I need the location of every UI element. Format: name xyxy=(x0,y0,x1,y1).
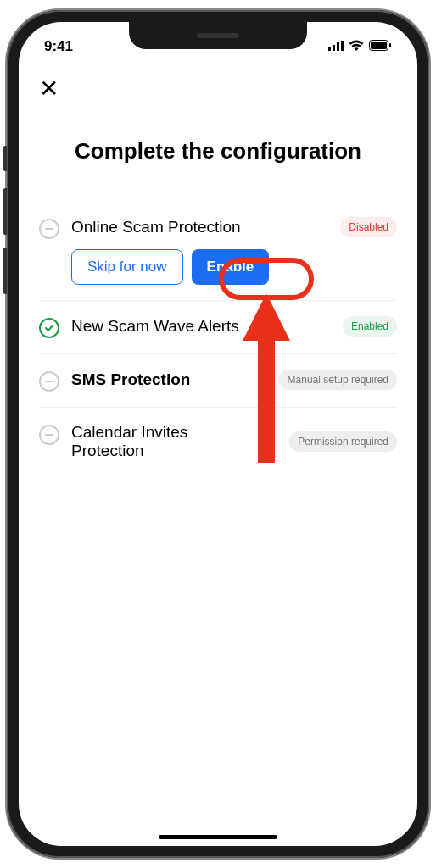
item-label: Calendar Invites Protection xyxy=(71,423,215,460)
phone-frame: 9:41 ✕ Complete the configuration xyxy=(7,10,429,858)
svg-rect-0 xyxy=(328,47,331,51)
close-icon[interactable]: ✕ xyxy=(39,75,59,102)
battery-icon xyxy=(369,38,392,55)
config-item-calendar: Calendar Invites Protection Permission r… xyxy=(39,408,397,476)
config-item-sms: SMS Protection Manual setup required xyxy=(39,354,397,408)
status-time: 9:41 xyxy=(44,38,73,55)
status-badge: Disabled xyxy=(340,217,397,237)
item-label: SMS Protection xyxy=(71,370,190,389)
config-item-new-scam-wave: New Scam Wave Alerts Enabled xyxy=(39,301,397,354)
enable-button[interactable]: Enable xyxy=(192,249,270,285)
cellular-icon xyxy=(328,38,344,55)
svg-rect-5 xyxy=(371,42,387,49)
notch xyxy=(129,22,307,49)
home-indicator[interactable] xyxy=(159,835,277,839)
config-item-online-scam: Online Scam Protection Disabled Skip for… xyxy=(39,202,397,301)
status-badge: Manual setup required xyxy=(279,370,397,390)
status-neutral-icon xyxy=(39,219,59,239)
item-label: New Scam Wave Alerts xyxy=(71,317,239,336)
svg-rect-3 xyxy=(341,41,344,51)
status-neutral-icon xyxy=(39,371,59,392)
status-badge: Permission required xyxy=(289,431,397,452)
svg-rect-2 xyxy=(337,42,339,51)
screen: 9:41 ✕ Complete the configuration xyxy=(19,22,417,846)
svg-rect-1 xyxy=(333,45,335,51)
page-title: Complete the configuration xyxy=(19,103,417,202)
status-badge: Enabled xyxy=(343,316,397,337)
skip-button[interactable]: Skip for now xyxy=(71,249,183,285)
status-neutral-icon xyxy=(39,425,59,445)
item-label: Online Scam Protection xyxy=(71,218,241,236)
wifi-icon xyxy=(349,38,364,55)
status-ok-icon xyxy=(39,318,59,338)
svg-rect-6 xyxy=(389,43,391,47)
